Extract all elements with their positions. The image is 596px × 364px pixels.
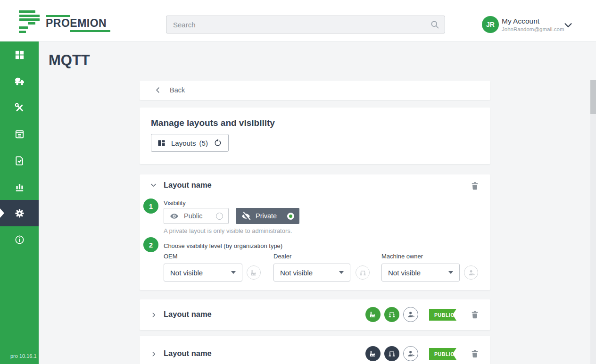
app-root: PROEMION JR My Account JohnRandom@gmail.… [0, 0, 596, 364]
radio-checked-icon[interactable] [287, 213, 294, 220]
refresh-icon [214, 139, 222, 147]
scrollbar-thumb[interactable] [590, 80, 596, 114]
radio-unchecked-icon[interactable] [216, 213, 223, 220]
factory-icon [250, 269, 258, 277]
search-icon[interactable] [430, 20, 439, 29]
main-content: MQTT Back Manage layouts and visibility … [39, 41, 596, 364]
private-helper-text: A private layout is only visible to admi… [164, 227, 292, 234]
factory-icon [369, 310, 377, 319]
scrollbar-track[interactable] [590, 80, 596, 364]
expand-chevron-icon[interactable] [150, 312, 157, 318]
header: PROEMION JR My Account JohnRandom@gmail.… [0, 0, 596, 41]
eye-off-icon [241, 211, 251, 221]
layouts-count: (5) [199, 139, 208, 147]
sidebar-item-info[interactable] [0, 226, 39, 253]
document-check-icon [14, 155, 25, 166]
machine-owner-visibility-select[interactable]: Not visible [381, 264, 460, 281]
layouts-button[interactable]: Layouts (5) [151, 134, 229, 152]
sidebar-item-dashboard[interactable] [0, 41, 39, 68]
grid-icon [14, 50, 25, 60]
layouts-icon [157, 139, 166, 148]
sidebar-item-settings[interactable] [0, 200, 39, 226]
caret-down-icon [448, 271, 453, 274]
back-button[interactable]: Back [170, 86, 185, 94]
gear-icon [14, 208, 25, 219]
sidebar-item-statistics[interactable] [0, 174, 39, 200]
oem-label: OEM [164, 253, 178, 260]
factory-icon [369, 349, 377, 358]
sidebar-item-tools[interactable] [0, 94, 39, 121]
dealer-visible-indicator [384, 307, 399, 322]
dealer-hierarchy-icon [388, 310, 396, 319]
caret-down-icon [231, 271, 236, 274]
step-2-number: 2 [149, 241, 153, 249]
sidebar-item-fleet[interactable] [0, 68, 39, 94]
public-badge: PUBLIC [429, 309, 456, 321]
logo-text-emion: EMION [70, 17, 107, 29]
logo-text-pro: PRO [46, 17, 70, 29]
logo-mark-icon [19, 10, 42, 35]
machine-owner-indicator [403, 307, 418, 322]
sidebar: pro 10.16.1 [0, 41, 39, 364]
logo-text: PROEMION [46, 17, 107, 30]
layout-name: Layout name [164, 349, 212, 358]
search-box [166, 16, 445, 33]
machine-owner-indicator [403, 346, 418, 361]
public-option-label: Public [184, 212, 203, 220]
logo-underline [70, 30, 110, 32]
layout-name: Layout name [164, 181, 212, 190]
visibility-option-private[interactable]: Private [236, 208, 299, 224]
trash-icon[interactable] [470, 181, 480, 191]
page-title: MQTT [49, 52, 90, 69]
machine-owner-type-indicator [464, 265, 478, 280]
step-1-badge: 1 [143, 199, 158, 214]
layout-name: Layout name [164, 310, 212, 319]
proemion-logo: PROEMION [19, 10, 118, 36]
visibility-level-label: Choose visibility level (by organization… [164, 242, 282, 249]
oem-type-indicator [247, 265, 261, 280]
account-menu[interactable]: JR My Account JohnRandom@gmail.com [473, 12, 581, 37]
chevron-down-icon[interactable] [563, 20, 573, 30]
oem-visible-indicator [365, 346, 381, 361]
sidebar-item-planner[interactable] [0, 121, 39, 147]
private-option-label: Private [256, 212, 277, 220]
dealer-select-value: Not visible [280, 269, 313, 277]
oem-visibility-select[interactable]: Not visible [164, 264, 242, 281]
bar-chart-icon [14, 182, 25, 192]
active-indicator-arrow [0, 208, 4, 218]
caret-down-icon [339, 271, 344, 274]
oem-visible-indicator [365, 307, 381, 322]
layout-row: Layout name [140, 299, 490, 330]
expand-chevron-icon[interactable] [150, 351, 157, 357]
dealer-visibility-select[interactable]: Not visible [273, 264, 350, 281]
visibility-option-public[interactable]: Public [164, 208, 229, 224]
collapse-chevron-icon[interactable] [150, 182, 157, 189]
back-bar: Back [140, 81, 490, 100]
dealer-visible-indicator [384, 346, 399, 361]
app-version: pro 10.16.1 [10, 353, 37, 359]
eye-icon [169, 211, 179, 221]
visibility-label: Visibility [164, 199, 186, 207]
dealer-hierarchy-icon [388, 349, 396, 358]
truck-icon [14, 76, 25, 87]
search-input[interactable] [166, 16, 430, 33]
layouts-button-label: Layouts [171, 139, 196, 147]
sidebar-item-reports[interactable] [0, 147, 39, 174]
info-icon [14, 234, 25, 245]
person-key-icon [406, 349, 415, 358]
back-chevron-icon[interactable] [154, 86, 162, 94]
trash-icon[interactable] [470, 309, 480, 320]
machine-owner-label: Machine owner [381, 253, 423, 260]
tools-icon [14, 102, 25, 113]
dealer-label: Dealer [273, 253, 291, 260]
account-email: JohnRandom@gmail.com [502, 26, 564, 32]
machine-owner-select-value: Not visible [388, 269, 421, 277]
person-key-icon [467, 269, 475, 277]
layout-editor-card: Layout name 1 Visibility Public [140, 174, 490, 290]
trash-icon[interactable] [470, 348, 480, 359]
oem-select-value: Not visible [170, 269, 203, 277]
public-badge: PUBLIC [429, 348, 456, 360]
dealer-hierarchy-icon [359, 269, 367, 277]
step-2-badge: 2 [143, 237, 158, 252]
layout-row: Layout name [140, 336, 490, 364]
